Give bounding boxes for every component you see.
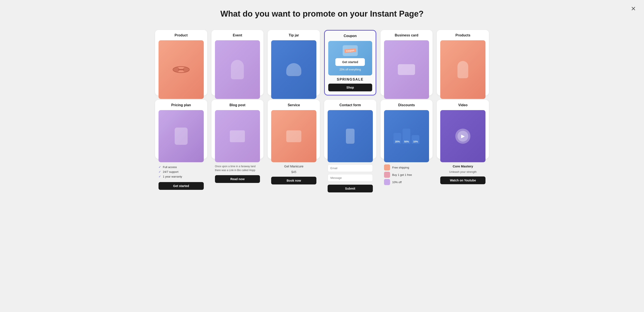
submit-button[interactable]: Submit xyxy=(328,185,373,192)
coupon-image: Coupon xyxy=(343,45,358,56)
read-now-button[interactable]: Read now xyxy=(215,175,260,183)
card-coupon-title: Coupon xyxy=(344,34,357,38)
feature2-label: 24/7 support xyxy=(163,170,178,174)
card-products-title: Products xyxy=(455,34,470,37)
video-image: ▶ xyxy=(440,110,486,162)
event-image xyxy=(215,40,260,99)
check-icon: ✓ xyxy=(158,165,161,169)
contact-image xyxy=(328,110,373,162)
products-image xyxy=(440,40,486,99)
discount2-icon xyxy=(384,172,390,178)
coupon-inner: Coupon Get started 25% off everything xyxy=(328,41,372,76)
card-pricing-plan[interactable]: Pricing plan ✓ Full access ✓ 24/7 suppor… xyxy=(155,100,207,159)
video-name: Core Mastery xyxy=(453,164,473,168)
discount-item: Buy 1 get 1 free xyxy=(384,172,429,178)
tag-50: 50% xyxy=(402,129,410,144)
card-contact-title: Contact form xyxy=(340,103,361,107)
get-started-button[interactable]: Get started xyxy=(158,182,204,190)
card-contact-form[interactable]: Contact form Submit xyxy=(324,100,376,159)
discount3-label: 10% off xyxy=(392,180,402,184)
card-product-title: Product xyxy=(175,34,188,37)
discount-item: 10% off xyxy=(384,179,429,185)
card-event-title: Event xyxy=(233,34,242,37)
page-title: What do you want to promote on your Inst… xyxy=(6,8,638,19)
card-video[interactable]: Video ▶ Core Mastery Unleash your streng… xyxy=(437,100,489,159)
card-discounts[interactable]: Discounts 20% 50% 10% Free shipping Buy … xyxy=(380,100,433,159)
card-grid-row2: Pricing plan ✓ Full access ✓ 24/7 suppor… xyxy=(155,100,489,159)
coupon-code: SPRINGSALE xyxy=(337,78,364,82)
card-products[interactable]: Products Product 1 Product 2 Product 3 xyxy=(437,30,489,96)
tip-image xyxy=(271,40,316,99)
discount2-label: Buy 1 get 1 free xyxy=(392,173,412,176)
discount-tags-visual: 20% 50% 10% xyxy=(394,126,419,146)
feature-item: ✓ 24/7 support xyxy=(158,170,204,174)
discount1-icon xyxy=(384,164,390,170)
svg-rect-3 xyxy=(178,69,184,70)
discount-list: Free shipping Buy 1 get 1 free 10% off xyxy=(384,164,429,185)
card-grid-row1: Product 2024 Shades $50 Buy now Event 24… xyxy=(155,30,489,96)
feature-list: ✓ Full access ✓ 24/7 support ✓ 1 year wa… xyxy=(158,164,204,179)
card-blog-title: Blog post xyxy=(230,103,246,107)
card-video-title: Video xyxy=(458,103,468,107)
service-image xyxy=(271,110,316,162)
shop-button[interactable]: Shop xyxy=(328,84,372,91)
message-input[interactable] xyxy=(328,174,373,182)
check-icon: ✓ xyxy=(158,170,161,174)
card-service-title: Service xyxy=(288,103,300,107)
coupon-discount-text: 25% off everything xyxy=(340,68,361,71)
feature1-label: Full access xyxy=(163,166,177,169)
card-service[interactable]: Service Gel Manicure $45 Book now xyxy=(268,100,320,159)
tag-10: 10% xyxy=(412,135,419,144)
check-icon: ✓ xyxy=(158,175,161,178)
close-button[interactable]: ✕ xyxy=(629,4,638,13)
service-price: $45 xyxy=(291,170,296,174)
card-coupon[interactable]: Coupon Coupon Get started 25% off everyt… xyxy=(324,30,376,96)
card-business-title: Business card xyxy=(395,34,418,37)
discounts-image: 20% 50% 10% xyxy=(384,110,429,162)
video-subtitle: Unleash your strength xyxy=(449,170,477,174)
card-tip-jar[interactable]: Tip jar $5 $10 $15 $20 Leave a tip xyxy=(268,30,320,96)
coupon-get-started-button[interactable]: Get started xyxy=(335,58,365,66)
email-input[interactable] xyxy=(328,164,373,172)
card-discounts-title: Discounts xyxy=(398,103,415,107)
card-pricing-title: Pricing plan xyxy=(171,103,191,107)
pricing-image xyxy=(158,110,204,162)
card-product[interactable]: Product 2024 Shades $50 Buy now xyxy=(155,30,207,96)
product-image xyxy=(158,40,204,99)
watch-youtube-button[interactable]: Watch on Youtube xyxy=(440,176,486,184)
card-business-card[interactable]: Business card 📞 Phone ✉ Email Save Conta… xyxy=(380,30,433,96)
card-tip-title: Tip jar xyxy=(288,34,299,37)
feature-item: ✓ Full access xyxy=(158,165,204,169)
discount3-icon xyxy=(384,179,390,185)
tag-20: 20% xyxy=(394,133,401,144)
service-name: Gel Manicure xyxy=(284,164,304,168)
feature3-label: 1 year warranty xyxy=(163,175,182,178)
blog-excerpt: Once upon a time in a faraway land there… xyxy=(215,164,260,172)
business-image xyxy=(384,40,429,99)
feature-item: ✓ 1 year warranty xyxy=(158,175,204,178)
book-now-button[interactable]: Book now xyxy=(271,177,316,184)
card-event[interactable]: Event 24 May, 2027 Starting from $30 Buy… xyxy=(212,30,264,96)
blog-image xyxy=(215,110,260,162)
discount-item: Free shipping xyxy=(384,164,429,170)
discount1-label: Free shipping xyxy=(392,166,409,169)
card-blog-post[interactable]: Blog post Once upon a time in a faraway … xyxy=(212,100,264,159)
